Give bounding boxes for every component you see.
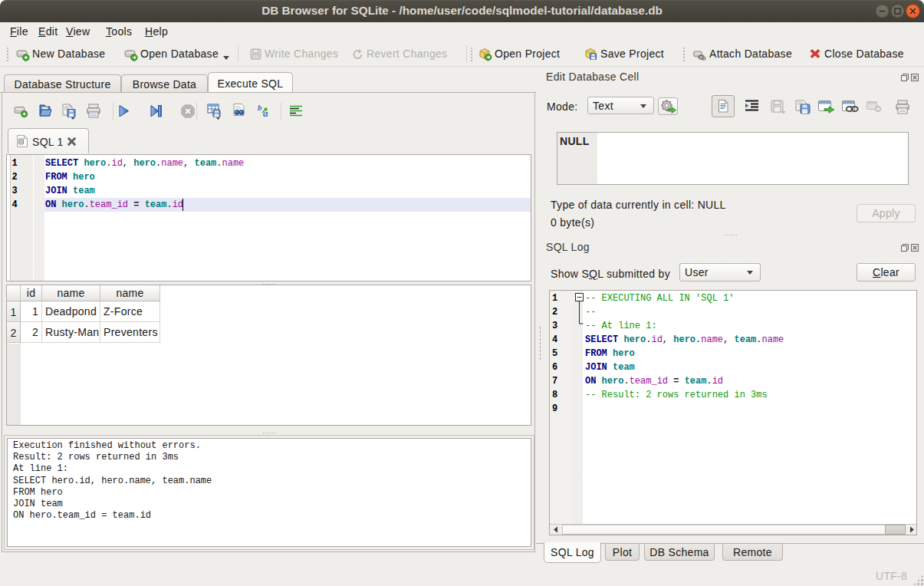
- svg-text:b: b: [258, 103, 262, 112]
